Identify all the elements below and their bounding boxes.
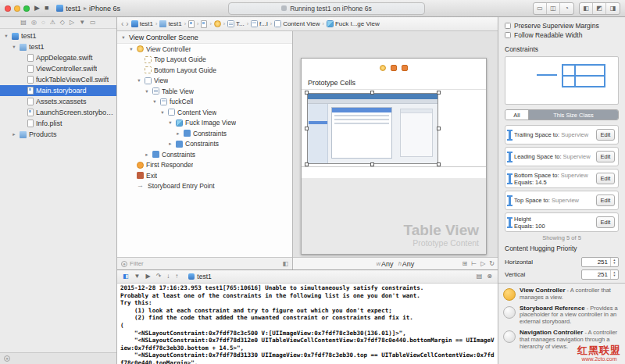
navigator-panel-toggle-button[interactable]: ◧ xyxy=(580,3,593,14)
priority-stepper[interactable]: 251▴▾ xyxy=(581,269,619,280)
outline-item[interactable]: ▸Constraints xyxy=(117,128,292,139)
navigator-item[interactable]: ViewController.swift xyxy=(0,63,116,74)
outline-header[interactable]: ▾ View Controller Scene xyxy=(117,31,292,44)
navigator-item[interactable]: Main.storyboard xyxy=(0,85,116,96)
priority-stepper[interactable]: 251▴▾ xyxy=(581,257,619,267)
disclosure-triangle-icon[interactable]: ▾ xyxy=(159,109,166,116)
library-item[interactable]: Storyboard Reference - Provides a placeh… xyxy=(503,305,620,326)
step-into-button[interactable]: ↓ xyxy=(166,273,170,280)
disclosure-triangle-icon[interactable]: ▸ xyxy=(144,152,150,158)
table-view-cell[interactable] xyxy=(302,89,486,167)
navigator-item[interactable]: LaunchScreen.storyboard xyxy=(0,107,116,118)
outline-item[interactable]: ▾Table View xyxy=(117,86,292,97)
edit-constraint-button[interactable]: Edit xyxy=(596,216,615,228)
segment-this-size-class[interactable]: This Size Class xyxy=(529,110,618,120)
first-responder-icon[interactable] xyxy=(391,65,397,71)
utilities-panel-toggle-button[interactable]: ◨ xyxy=(606,3,620,14)
fuck-image-view[interactable] xyxy=(307,93,438,164)
outline-item[interactable]: ▾View xyxy=(117,76,292,87)
search-navigator-tab-icon[interactable]: ◌ xyxy=(41,20,45,26)
view-controller-canvas[interactable]: Prototype Cells xyxy=(301,58,487,255)
resize-handle[interactable] xyxy=(305,162,309,166)
resize-handle[interactable] xyxy=(370,162,374,166)
zoom-window-button[interactable] xyxy=(23,5,30,12)
breadcrumb-segment[interactable]: Content View xyxy=(274,20,320,27)
align-button[interactable]: ⊞ xyxy=(462,260,467,267)
breadcrumb-segment[interactable] xyxy=(188,20,195,28)
standard-editor-button[interactable]: ▭ xyxy=(534,3,547,14)
debug-area-panel-toggle-button[interactable]: ◩ xyxy=(593,3,606,14)
resize-handle[interactable] xyxy=(305,91,309,95)
assistant-editor-button[interactable]: ◫ xyxy=(547,3,560,14)
outline-item[interactable]: Top Layout Guide xyxy=(117,55,292,66)
outline-item[interactable]: ▸Constraints xyxy=(117,149,292,160)
outline-item[interactable]: ▾Fuck Image View xyxy=(117,118,292,129)
outline-item[interactable]: Exit xyxy=(117,170,292,181)
breadcrumb-segment[interactable]: test1 xyxy=(131,20,153,27)
edit-constraint-button[interactable]: Edit xyxy=(596,129,615,141)
issues-navigator-tab-icon[interactable]: ⚠ xyxy=(50,20,55,26)
process-indicator[interactable]: test1 xyxy=(188,273,211,280)
breadcrumb-segment[interactable]: test1 xyxy=(159,20,181,27)
reports-navigator-tab-icon[interactable]: ▭ xyxy=(90,20,96,26)
size-class-control[interactable]: wAny hAny xyxy=(377,260,415,268)
breakpoints-button[interactable]: ▼ xyxy=(134,273,141,280)
library-item[interactable]: View Controller - A controller that mana… xyxy=(503,287,620,302)
resolve-auto-layout-button[interactable]: ▷ xyxy=(480,260,485,267)
navigator-item[interactable]: ▾test1 xyxy=(0,41,116,52)
debug-navigator-tab-icon[interactable]: ▷ xyxy=(70,20,74,26)
navigator-item[interactable]: Info.plist xyxy=(0,118,116,129)
constraint-row[interactable]: Top Space to: SuperviewEdit xyxy=(505,191,619,210)
minimize-window-button[interactable] xyxy=(14,5,20,12)
resize-handle[interactable] xyxy=(437,91,441,95)
hide-debug-area-button[interactable]: ◧ xyxy=(123,273,129,280)
resize-handle[interactable] xyxy=(305,127,309,130)
edit-constraint-button[interactable]: Edit xyxy=(596,173,615,184)
disclosure-triangle-icon[interactable]: ▾ xyxy=(167,120,173,126)
outline-item[interactable]: Bottom Layout Guide xyxy=(117,65,292,76)
navigator-item[interactable]: ▸Products xyxy=(0,129,116,140)
segment-all[interactable]: All xyxy=(505,110,529,120)
navigator-item[interactable]: AppDelegate.swift xyxy=(0,52,116,63)
constraint-row[interactable]: HeightEquals: 100Edit xyxy=(505,212,619,232)
outline-item[interactable]: ▾Content View xyxy=(117,107,292,118)
resize-handle[interactable] xyxy=(437,127,441,130)
update-frames-button[interactable]: ↻ xyxy=(489,260,495,267)
navigator-item[interactable]: Assets.xcassets xyxy=(0,96,116,107)
back-button[interactable]: ‹ xyxy=(121,20,123,28)
interface-builder-canvas[interactable]: Prototype Cells xyxy=(293,31,498,269)
stack-frames-button[interactable]: ▤ xyxy=(477,273,483,280)
outline-filter-bar[interactable]: ● Filter ◧ xyxy=(117,257,292,269)
resize-handle[interactable] xyxy=(370,91,374,95)
pin-button[interactable]: ⊢ xyxy=(471,260,477,267)
navigator-filter-bar[interactable]: ● xyxy=(0,352,116,364)
disclosure-triangle-icon[interactable]: ▾ xyxy=(136,77,142,84)
outline-item[interactable]: ▾View Controller xyxy=(117,44,292,55)
constraint-row[interactable]: Leading Space to: SuperviewEdit xyxy=(505,147,619,166)
checkbox[interactable] xyxy=(505,23,511,29)
constraint-row[interactable]: Bottom Space to: SuperviewEquals: 14.5Ed… xyxy=(505,169,619,188)
disclosure-triangle-icon[interactable]: ▸ xyxy=(175,130,181,137)
outline-item[interactable]: ▸Constraints xyxy=(117,139,292,150)
disclosure-triangle-icon[interactable]: ▸ xyxy=(11,131,17,137)
outline-item[interactable]: ▾fuckCell xyxy=(117,97,292,108)
resize-handle[interactable] xyxy=(437,162,441,166)
navigator-item[interactable]: fuckTableViewCell.swift xyxy=(0,74,116,85)
hide-outline-icon[interactable]: ◧ xyxy=(282,260,288,267)
outline-item[interactable]: Storyboard Entry Point xyxy=(117,181,292,192)
symbols-navigator-tab-icon[interactable]: ◎ xyxy=(31,20,37,26)
breadcrumb-segment[interactable] xyxy=(214,20,221,27)
step-out-button[interactable]: ↑ xyxy=(175,273,178,280)
step-over-button[interactable]: ↷ xyxy=(156,273,162,280)
breakpoints-navigator-tab-icon[interactable]: ▼ xyxy=(79,20,85,26)
forward-button[interactable]: › xyxy=(126,20,128,28)
disclosure-triangle-icon[interactable]: ▾ xyxy=(3,33,9,39)
close-window-button[interactable] xyxy=(5,5,11,12)
stop-button[interactable]: ■ xyxy=(45,5,48,12)
run-button[interactable]: ▶ xyxy=(34,5,40,12)
disclosure-triangle-icon[interactable]: ▾ xyxy=(144,88,150,95)
constraint-row[interactable]: Trailing Space to: SuperviewEdit xyxy=(505,125,619,145)
outline-item[interactable]: First Responder xyxy=(117,160,292,171)
scheme-selector[interactable]: test1 ▸ iPhone 6s xyxy=(56,5,120,12)
breadcrumb-segment[interactable]: f...l xyxy=(251,20,268,27)
